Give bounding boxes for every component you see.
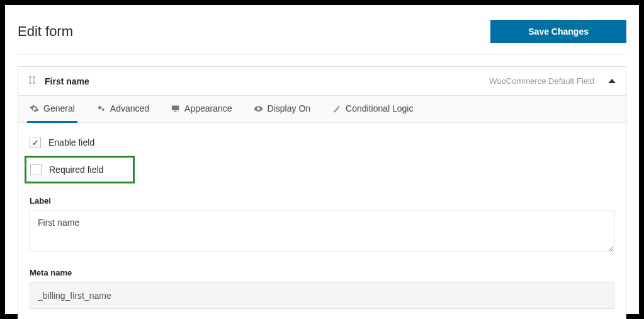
app-frame: Edit form Save Changes First name WooCom… <box>5 5 639 314</box>
field-name-label: First name <box>45 76 89 86</box>
label-caption: Label <box>30 196 614 206</box>
page-header: Edit form Save Changes <box>18 13 626 55</box>
tab-conditional[interactable]: Conditional Logic <box>329 96 415 123</box>
field-panel: First name WooCommerce Default Field Gen… <box>18 66 626 319</box>
panel-body: Enable field Required field Label Meta n… <box>18 123 626 309</box>
panel-header-right: WooCommerce Default Field <box>489 76 616 86</box>
eye-icon <box>254 104 263 113</box>
panel-header-left: First name <box>28 76 89 86</box>
field-type-badge: WooCommerce Default Field <box>489 76 594 86</box>
collapse-toggle-icon[interactable] <box>608 79 616 83</box>
monitor-icon <box>171 104 180 113</box>
tab-appearance-label: Appearance <box>184 103 232 113</box>
label-input[interactable] <box>30 211 614 252</box>
gear-icon <box>30 104 39 113</box>
required-field-row: Required field <box>25 156 135 183</box>
label-group: Label <box>30 196 614 254</box>
tab-advanced-label: Advanced <box>110 103 149 113</box>
meta-caption: Meta name <box>30 268 614 277</box>
tab-display-on[interactable]: Display On <box>251 96 313 123</box>
enable-field-row: Enable field <box>30 134 614 151</box>
enable-field-checkbox[interactable] <box>30 137 41 148</box>
page-title: Edit form <box>18 23 73 40</box>
tab-bar: General Advanced Appearance Display On C… <box>18 96 626 123</box>
drag-handle-icon[interactable] <box>28 76 36 86</box>
gears-icon <box>96 104 106 113</box>
required-field-checkbox[interactable] <box>30 164 42 175</box>
tab-general[interactable]: General <box>27 96 77 123</box>
required-field-label: Required field <box>49 165 103 175</box>
meta-group: Meta name <box>30 268 614 309</box>
meta-input <box>30 282 614 309</box>
wand-icon <box>332 104 341 113</box>
tab-general-label: General <box>43 103 75 113</box>
tab-conditional-label: Conditional Logic <box>346 103 413 113</box>
save-button[interactable]: Save Changes <box>490 20 626 43</box>
tab-advanced[interactable]: Advanced <box>94 96 152 123</box>
tab-appearance[interactable]: Appearance <box>168 96 235 123</box>
panel-header: First name WooCommerce Default Field <box>18 67 626 96</box>
enable-field-label: Enable field <box>48 137 94 148</box>
tab-display-on-label: Display On <box>268 103 310 113</box>
